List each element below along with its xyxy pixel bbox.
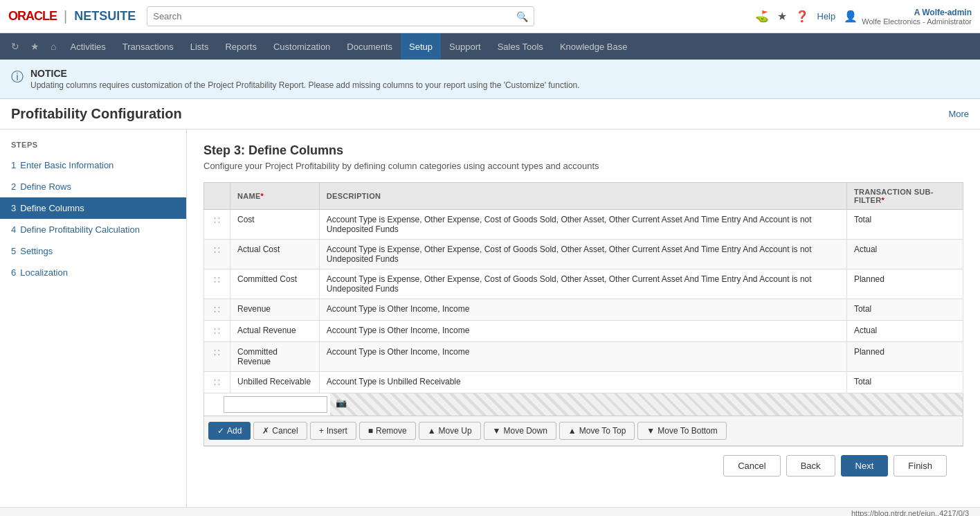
page-title: Profitability Configuration (11, 106, 182, 122)
drag-handle-cell: ∷ (204, 210, 230, 240)
bottom-finish-button[interactable]: Finish (893, 455, 947, 477)
bottom-nav: Cancel Back Next Finish (203, 446, 963, 485)
nav-knowledge-base[interactable]: Knowledge Base (552, 33, 636, 60)
table-header-row: NAME* DESCRIPTION TRANSACTION SUB-FILTER… (204, 183, 963, 210)
house-icon[interactable]: ⌂ (45, 41, 62, 52)
image-upload-icon[interactable]: 📷 (336, 398, 347, 408)
bottom-back-button[interactable]: Back (786, 455, 835, 477)
nav-transactions[interactable]: Transactions (114, 33, 182, 60)
nav-reports[interactable]: Reports (217, 33, 265, 60)
arrow-to-bottom-icon: ▼ (646, 426, 655, 436)
status-url: https://blog.ntrdr.net/ejun..4217/0/3 (851, 509, 969, 516)
nav-sales-tools[interactable]: Sales Tools (489, 33, 552, 60)
move-down-button[interactable]: ▼ Move Down (484, 422, 556, 440)
drag-handle-icon[interactable]: ∷ (211, 377, 223, 388)
step-4-num: 4 (11, 224, 16, 235)
row-description: Account Type is Expense, Other Expense, … (319, 240, 846, 269)
table-row[interactable]: ∷ Actual Cost Account Type is Expense, O… (204, 240, 963, 269)
step-4[interactable]: 4 Define Profitability Calculation (0, 219, 186, 240)
more-link[interactable]: More (948, 109, 969, 119)
star-icon[interactable]: ★ (777, 10, 787, 23)
drag-handle-icon[interactable]: ∷ (211, 215, 223, 226)
col-drag-header (204, 183, 230, 210)
bottom-cancel-button[interactable]: Cancel (723, 455, 780, 477)
bottom-next-button[interactable]: Next (841, 455, 889, 477)
row-description: Account Type is Other Income, Income (319, 321, 846, 342)
row-description: Account Type is Unbilled Receivable (319, 372, 846, 393)
search-box[interactable]: 🔍 (147, 6, 534, 26)
step-4-label: Define Profitability Calculation (20, 224, 140, 235)
move-to-top-button[interactable]: ▲ Move To Top (559, 422, 635, 440)
step-2[interactable]: 2 Define Rows (0, 176, 186, 197)
row-name: Committed Revenue (230, 342, 320, 372)
drag-handle-icon[interactable]: ∷ (211, 274, 223, 285)
navbar: ↻ ★ ⌂ Activities Transactions Lists Repo… (0, 33, 980, 60)
step-description: Configure your Project Profitability by … (203, 161, 963, 171)
user-icon[interactable]: 👤 (844, 10, 858, 23)
user-name-block: A Wolfe-admin Wolfe Electronics - Admini… (862, 8, 972, 26)
row-description: Account Type is Expense, Other Expense, … (319, 210, 846, 240)
nav-documents[interactable]: Documents (338, 33, 401, 60)
notice-title: NOTICE (30, 68, 580, 79)
row-name: Unbilled Receivable (230, 372, 320, 393)
help-icon[interactable]: ❓ (795, 10, 809, 23)
row-description: Account Type is Other Income, Income (319, 342, 846, 372)
step-2-num: 2 (11, 181, 16, 192)
row-filter: Actual (846, 321, 963, 342)
nav-activities[interactable]: Activities (62, 33, 114, 60)
step-6[interactable]: 6 Localization (0, 262, 186, 283)
step-6-label: Localization (20, 267, 68, 278)
step-3[interactable]: 3 Define Columns (0, 197, 186, 219)
help-link[interactable]: Help (817, 11, 836, 21)
home-icon[interactable]: ↻ (6, 41, 25, 52)
user-display-name: A Wolfe-admin (862, 8, 972, 17)
x-icon: ✗ (262, 426, 269, 436)
notifications-icon[interactable]: ⛳ (755, 10, 769, 23)
drag-handle-icon[interactable]: ∷ (211, 326, 223, 337)
status-bar: https://blog.ntrdr.net/ejun..4217/0/3 (0, 507, 980, 516)
table-row[interactable]: ∷ Unbilled Receivable Account Type is Un… (204, 372, 963, 393)
notice-content: NOTICE Updating columns requires customi… (30, 68, 580, 90)
cancel-button[interactable]: ✗ Cancel (253, 422, 307, 440)
arrow-down-icon: ▼ (493, 426, 501, 436)
remove-button[interactable]: ■ Remove (359, 422, 416, 440)
oracle-logo: ORACLE (8, 9, 57, 24)
drag-handle-icon[interactable]: ∷ (211, 304, 223, 315)
nav-customization[interactable]: Customization (265, 33, 338, 60)
page-header: Profitability Configuration More (0, 99, 980, 130)
table-row[interactable]: ∷ Cost Account Type is Expense, Other Ex… (204, 210, 963, 240)
step-3-label: Define Columns (20, 203, 84, 213)
nav-lists[interactable]: Lists (182, 33, 217, 60)
new-row-name-input[interactable] (224, 396, 327, 413)
row-filter: Planned (846, 342, 963, 372)
table-row[interactable]: ∷ Revenue Account Type is Other Income, … (204, 299, 963, 321)
drag-handle-cell: ∷ (204, 342, 230, 372)
step-5-label: Settings (20, 246, 53, 256)
step-1[interactable]: 1 Enter Basic Information (0, 154, 186, 176)
arrow-up-icon: ▲ (428, 426, 436, 436)
step-5[interactable]: 5 Settings (0, 240, 186, 262)
new-row-area: 📷 (203, 393, 963, 416)
drag-handle-icon[interactable]: ∷ (211, 347, 223, 358)
name-required-marker: * (261, 192, 264, 200)
checkmark-icon: ✓ (217, 426, 224, 436)
move-to-bottom-button[interactable]: ▼ Move To Bottom (637, 422, 726, 440)
table-row[interactable]: ∷ Actual Revenue Account Type is Other I… (204, 321, 963, 342)
step-6-num: 6 (11, 267, 16, 278)
step-title: Step 3: Define Columns (203, 143, 963, 158)
search-icon[interactable]: 🔍 (516, 11, 528, 22)
nav-support[interactable]: Support (441, 33, 489, 60)
logo: ORACLE | NETSUITE (8, 8, 136, 24)
insert-button[interactable]: + Insert (310, 422, 356, 440)
user-role: Wolfe Electronics - Administrator (862, 17, 972, 26)
steps-sidebar: STEPS 1 Enter Basic Information 2 Define… (0, 130, 187, 507)
row-filter: Total (846, 299, 963, 321)
bookmark-icon[interactable]: ★ (25, 41, 45, 52)
nav-setup[interactable]: Setup (401, 33, 441, 60)
drag-handle-icon[interactable]: ∷ (211, 244, 223, 256)
table-row[interactable]: ∷ Committed Revenue Account Type is Othe… (204, 342, 963, 372)
move-up-button[interactable]: ▲ Move Up (419, 422, 481, 440)
table-row[interactable]: ∷ Committed Cost Account Type is Expense… (204, 269, 963, 299)
search-input[interactable] (153, 7, 516, 26)
add-button[interactable]: ✓ Add (208, 422, 251, 440)
